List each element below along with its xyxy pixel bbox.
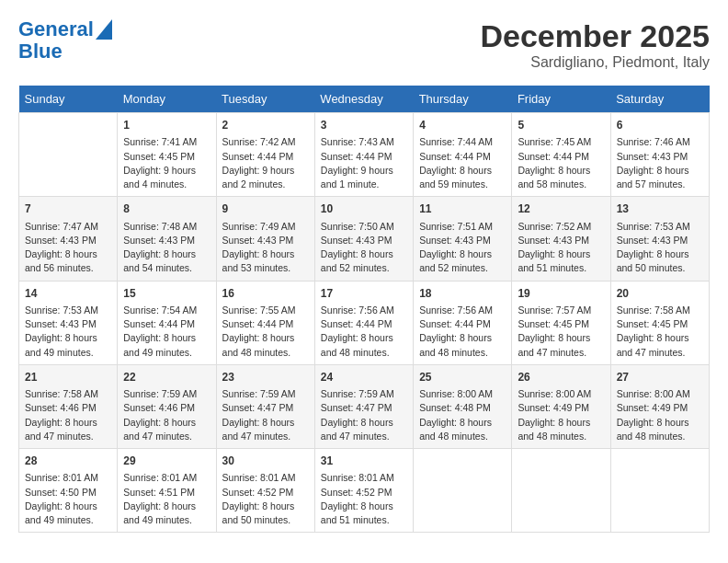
- day-number: 18: [419, 286, 506, 302]
- calendar-cell: [19, 113, 118, 197]
- day-number: 5: [518, 118, 604, 133]
- day-number: 25: [419, 370, 506, 385]
- calendar-cell: 14Sunrise: 7:53 AMSunset: 4:43 PMDayligh…: [19, 281, 118, 364]
- day-number: 16: [222, 286, 309, 302]
- calendar-week-row: 7Sunrise: 7:47 AMSunset: 4:43 PMDaylight…: [19, 197, 710, 281]
- calendar-cell: 31Sunrise: 8:01 AMSunset: 4:52 PMDayligh…: [314, 449, 413, 533]
- logo-bird-icon: [96, 19, 112, 40]
- day-number: 10: [321, 201, 407, 217]
- day-content: Sunrise: 7:51 AMSunset: 4:43 PMDaylight:…: [419, 220, 506, 276]
- day-content: Sunrise: 8:00 AMSunset: 4:49 PMDaylight:…: [518, 387, 604, 443]
- day-number: 12: [518, 201, 604, 217]
- day-number: 13: [617, 201, 703, 217]
- calendar-header-cell: Tuesday: [216, 86, 314, 113]
- day-number: 2: [222, 118, 309, 133]
- day-number: 26: [518, 370, 604, 385]
- day-number: 28: [25, 454, 111, 469]
- calendar-cell: 13Sunrise: 7:53 AMSunset: 4:43 PMDayligh…: [610, 197, 709, 281]
- logo: General Blue: [18, 18, 112, 63]
- day-content: Sunrise: 7:50 AMSunset: 4:43 PMDaylight:…: [321, 220, 407, 276]
- day-content: Sunrise: 7:58 AMSunset: 4:46 PMDaylight:…: [25, 387, 111, 443]
- day-content: Sunrise: 7:59 AMSunset: 4:47 PMDaylight:…: [222, 387, 309, 443]
- calendar-cell: 17Sunrise: 7:56 AMSunset: 4:44 PMDayligh…: [314, 281, 413, 364]
- calendar-cell: [414, 449, 512, 533]
- day-content: Sunrise: 8:01 AMSunset: 4:52 PMDaylight:…: [222, 471, 309, 527]
- calendar-cell: 24Sunrise: 7:59 AMSunset: 4:47 PMDayligh…: [314, 364, 413, 448]
- day-number: 21: [25, 370, 111, 385]
- day-content: Sunrise: 7:52 AMSunset: 4:43 PMDaylight:…: [518, 220, 604, 276]
- day-number: 27: [617, 370, 703, 385]
- day-number: 20: [617, 286, 703, 302]
- day-number: 6: [617, 118, 703, 133]
- calendar-cell: 16Sunrise: 7:55 AMSunset: 4:44 PMDayligh…: [216, 281, 314, 364]
- day-number: 4: [419, 118, 506, 133]
- calendar-cell: 5Sunrise: 7:45 AMSunset: 4:44 PMDaylight…: [512, 113, 610, 197]
- day-content: Sunrise: 8:01 AMSunset: 4:51 PMDaylight:…: [123, 471, 210, 527]
- calendar-cell: 10Sunrise: 7:50 AMSunset: 4:43 PMDayligh…: [314, 197, 413, 281]
- calendar-cell: 27Sunrise: 8:00 AMSunset: 4:49 PMDayligh…: [610, 364, 709, 448]
- day-content: Sunrise: 7:55 AMSunset: 4:44 PMDaylight:…: [222, 304, 309, 360]
- day-content: Sunrise: 7:53 AMSunset: 4:43 PMDaylight:…: [617, 220, 703, 276]
- day-number: 31: [321, 454, 407, 469]
- calendar-week-row: 1Sunrise: 7:41 AMSunset: 4:45 PMDaylight…: [19, 113, 710, 197]
- calendar-cell: 3Sunrise: 7:43 AMSunset: 4:44 PMDaylight…: [314, 113, 413, 197]
- calendar-cell: 26Sunrise: 8:00 AMSunset: 4:49 PMDayligh…: [512, 364, 610, 448]
- calendar-cell: 29Sunrise: 8:01 AMSunset: 4:51 PMDayligh…: [118, 449, 216, 533]
- day-number: 22: [123, 370, 210, 385]
- calendar-cell: [512, 449, 610, 533]
- day-number: 1: [123, 118, 210, 133]
- day-content: Sunrise: 7:48 AMSunset: 4:43 PMDaylight:…: [123, 220, 210, 276]
- logo-text-blue: Blue: [18, 40, 63, 63]
- month-title: December 2025: [480, 18, 710, 54]
- calendar-cell: 9Sunrise: 7:49 AMSunset: 4:43 PMDaylight…: [216, 197, 314, 281]
- day-content: Sunrise: 7:59 AMSunset: 4:46 PMDaylight:…: [123, 387, 210, 443]
- day-content: Sunrise: 7:45 AMSunset: 4:44 PMDaylight:…: [518, 135, 604, 191]
- calendar-cell: 28Sunrise: 8:01 AMSunset: 4:50 PMDayligh…: [19, 449, 118, 533]
- day-number: 3: [321, 118, 407, 133]
- calendar-week-row: 28Sunrise: 8:01 AMSunset: 4:50 PMDayligh…: [19, 449, 710, 533]
- location: Sardigliano, Piedmont, Italy: [480, 54, 710, 71]
- day-content: Sunrise: 7:42 AMSunset: 4:44 PMDaylight:…: [222, 135, 309, 191]
- calendar-header-cell: Saturday: [610, 86, 709, 113]
- day-number: 11: [419, 201, 506, 217]
- calendar-header-row: SundayMondayTuesdayWednesdayThursdayFrid…: [19, 86, 710, 113]
- day-content: Sunrise: 8:01 AMSunset: 4:50 PMDaylight:…: [25, 471, 111, 527]
- calendar-header-cell: Monday: [118, 86, 216, 113]
- calendar-cell: 6Sunrise: 7:46 AMSunset: 4:43 PMDaylight…: [610, 113, 709, 197]
- day-content: Sunrise: 7:47 AMSunset: 4:43 PMDaylight:…: [25, 220, 111, 276]
- calendar-cell: 19Sunrise: 7:57 AMSunset: 4:45 PMDayligh…: [512, 281, 610, 364]
- day-number: 19: [518, 286, 604, 302]
- day-content: Sunrise: 7:58 AMSunset: 4:45 PMDaylight:…: [617, 304, 703, 360]
- calendar-header-cell: Wednesday: [314, 86, 413, 113]
- day-content: Sunrise: 7:49 AMSunset: 4:43 PMDaylight:…: [222, 220, 309, 276]
- day-content: Sunrise: 7:46 AMSunset: 4:43 PMDaylight:…: [617, 135, 703, 191]
- calendar-header-cell: Sunday: [19, 86, 118, 113]
- day-content: Sunrise: 7:43 AMSunset: 4:44 PMDaylight:…: [321, 135, 407, 191]
- calendar-cell: 11Sunrise: 7:51 AMSunset: 4:43 PMDayligh…: [414, 197, 512, 281]
- calendar-cell: [610, 449, 709, 533]
- calendar-cell: 18Sunrise: 7:56 AMSunset: 4:44 PMDayligh…: [414, 281, 512, 364]
- day-content: Sunrise: 7:44 AMSunset: 4:44 PMDaylight:…: [419, 135, 506, 191]
- page-header: General Blue December 2025 Sardigliano, …: [18, 18, 710, 71]
- day-number: 15: [123, 286, 210, 302]
- day-content: Sunrise: 7:41 AMSunset: 4:45 PMDaylight:…: [123, 135, 210, 191]
- calendar-cell: 7Sunrise: 7:47 AMSunset: 4:43 PMDaylight…: [19, 197, 118, 281]
- calendar-week-row: 21Sunrise: 7:58 AMSunset: 4:46 PMDayligh…: [19, 364, 710, 448]
- calendar-cell: 4Sunrise: 7:44 AMSunset: 4:44 PMDaylight…: [414, 113, 512, 197]
- calendar-body: 1Sunrise: 7:41 AMSunset: 4:45 PMDaylight…: [19, 113, 710, 533]
- day-content: Sunrise: 7:54 AMSunset: 4:44 PMDaylight:…: [123, 304, 210, 360]
- calendar-week-row: 14Sunrise: 7:53 AMSunset: 4:43 PMDayligh…: [19, 281, 710, 364]
- calendar-header-cell: Friday: [512, 86, 610, 113]
- calendar-cell: 23Sunrise: 7:59 AMSunset: 4:47 PMDayligh…: [216, 364, 314, 448]
- day-number: 17: [321, 286, 407, 302]
- day-number: 24: [321, 370, 407, 385]
- calendar-cell: 12Sunrise: 7:52 AMSunset: 4:43 PMDayligh…: [512, 197, 610, 281]
- calendar-cell: 1Sunrise: 7:41 AMSunset: 4:45 PMDaylight…: [118, 113, 216, 197]
- title-section: December 2025 Sardigliano, Piedmont, Ita…: [480, 18, 710, 71]
- day-content: Sunrise: 7:53 AMSunset: 4:43 PMDaylight:…: [25, 304, 111, 360]
- day-content: Sunrise: 7:56 AMSunset: 4:44 PMDaylight:…: [419, 304, 506, 360]
- logo-text-general: General: [18, 18, 94, 40]
- calendar-cell: 22Sunrise: 7:59 AMSunset: 4:46 PMDayligh…: [118, 364, 216, 448]
- day-content: Sunrise: 8:00 AMSunset: 4:49 PMDaylight:…: [617, 387, 703, 443]
- day-number: 29: [123, 454, 210, 469]
